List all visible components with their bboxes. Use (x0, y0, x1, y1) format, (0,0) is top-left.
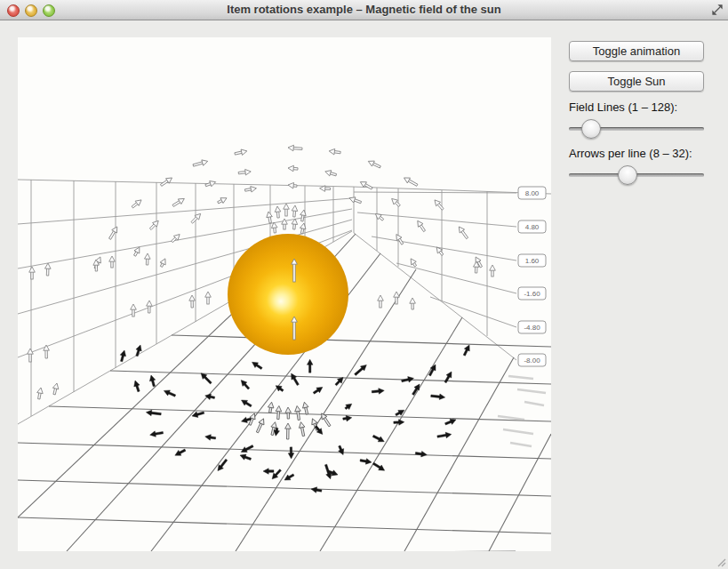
field-arrow (267, 402, 274, 413)
svg-text:-4.80: -4.80 (524, 324, 540, 332)
axis-tick-label: 4.80 (518, 220, 546, 233)
field-arrow (367, 158, 381, 169)
axis-tick-label: -8.00 (518, 354, 546, 366)
field-arrow (329, 148, 341, 156)
field-arrow (410, 298, 416, 309)
field-arrow (307, 359, 313, 373)
axis-tick-label: 8.00 (518, 187, 546, 199)
field-arrow (205, 292, 212, 304)
field-arrow (109, 256, 116, 268)
field-arrow (266, 211, 274, 223)
edge-on-label-dash (510, 443, 532, 446)
field-arrow (148, 219, 161, 231)
grid-line (320, 317, 462, 551)
field-arrow (36, 387, 44, 399)
field-arrow (146, 409, 162, 417)
field-arrow (170, 232, 181, 244)
slider-handle[interactable] (618, 165, 637, 185)
field-arrow (312, 385, 324, 396)
arrows-per-line-label: Arrows per line (8 – 32): (569, 147, 692, 160)
field-arrow (359, 180, 373, 191)
grid-line (18, 443, 551, 459)
field-arrow (394, 233, 405, 246)
field-arrow (344, 402, 354, 412)
grid-line (396, 263, 516, 293)
scene-viewport-3d[interactable]: 8.004.801.60-1.60-4.80-8.00 (18, 37, 551, 551)
svg-text:8.00: 8.00 (525, 189, 540, 197)
titlebar[interactable]: Item rotations example – Magnetic field … (0, 0, 728, 20)
edge-on-label-dash (517, 389, 546, 393)
field-lines-slider[interactable] (569, 119, 704, 139)
svg-text:-1.60: -1.60 (524, 290, 540, 298)
field-arrow (394, 292, 400, 304)
field-arrow (159, 257, 168, 268)
field-arrow (234, 148, 247, 157)
slider-handle[interactable] (581, 119, 601, 139)
field-arrow (285, 407, 292, 419)
field-arrow (299, 209, 307, 221)
axis-tick-label: 1.60 (518, 254, 546, 267)
field-arrow (276, 405, 283, 419)
field-arrow (275, 206, 282, 219)
grid-line (430, 297, 516, 327)
edge-on-label-dash (508, 376, 533, 379)
field-arrow (163, 388, 176, 398)
field-arrow (324, 169, 337, 178)
grid-line (354, 192, 516, 193)
grid-line (110, 371, 551, 384)
field-arrow (173, 447, 187, 458)
field-arrow (288, 165, 299, 172)
field-arrow (461, 344, 472, 357)
field-arrow (457, 225, 470, 240)
field-arrow (301, 402, 310, 415)
field-arrow (189, 295, 196, 308)
grid-line (372, 236, 516, 260)
field-arrow (263, 469, 274, 475)
field-arrow (217, 196, 228, 205)
window-resize-grip[interactable] (716, 557, 726, 567)
field-arrow (189, 212, 203, 225)
field-arrow (132, 380, 141, 392)
field-arrow (288, 145, 303, 152)
field-arrow (291, 219, 298, 230)
field-arrow (284, 423, 291, 439)
scene-svg: 8.004.801.60-1.60-4.80-8.00 (18, 37, 551, 551)
field-arrow (28, 349, 34, 362)
field-arrow (251, 360, 264, 372)
field-arrow (372, 433, 385, 444)
grid-line (18, 180, 352, 187)
field-arrow (44, 345, 50, 358)
field-arrow (292, 205, 299, 218)
field-arrow (192, 158, 208, 168)
field-arrow (44, 263, 51, 276)
field-arrow (240, 444, 254, 455)
field-arrow (240, 397, 253, 408)
field-arrow (436, 431, 452, 439)
field-arrow (415, 219, 427, 232)
toggle-sun-button[interactable]: Toggle Sun (569, 71, 704, 92)
svg-text:1.60: 1.60 (525, 257, 540, 265)
field-arrow (373, 212, 385, 222)
toggle-animation-button[interactable]: Toggle animation (569, 41, 704, 61)
arrows-per-line-slider[interactable] (569, 165, 704, 185)
field-arrow (298, 421, 307, 437)
field-arrow (333, 375, 345, 387)
field-arrow (372, 388, 385, 395)
field-arrow (239, 378, 252, 390)
field-arrow (490, 265, 496, 276)
field-arrow (108, 225, 120, 240)
field-arrow (403, 175, 419, 188)
field-arrow (172, 196, 186, 209)
edge-on-label-dash (503, 429, 533, 434)
field-arrow (337, 445, 346, 456)
field-arrow (239, 453, 252, 462)
field-arrow (415, 450, 428, 457)
field-arrow (430, 393, 445, 400)
grid-line (18, 517, 551, 533)
field-arrow (432, 198, 444, 212)
field-arrow (149, 429, 164, 437)
fullscreen-icon[interactable] (711, 4, 724, 16)
field-arrow (288, 447, 294, 459)
field-arrow (254, 417, 266, 433)
sun-sphere (228, 234, 348, 355)
